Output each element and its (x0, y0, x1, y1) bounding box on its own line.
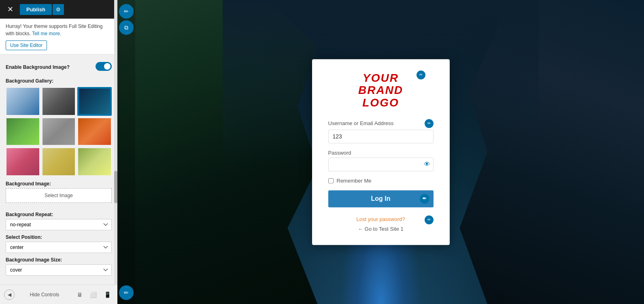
position-select[interactable]: center top bottom left right (6, 242, 112, 253)
password-label-row: Password (328, 150, 434, 156)
top-bar: ✕ Publish ⚙ (0, 0, 117, 19)
gallery-item-4[interactable] (6, 117, 40, 146)
gallery-item-7[interactable] (6, 147, 40, 176)
bg-repeat-label: Background Repeat: (6, 212, 112, 217)
password-input[interactable] (328, 157, 434, 171)
login-card: YOURBRANDLOGO ✏ Username or Email Addres… (312, 59, 450, 245)
right-panel: ✏ ⧉ ✏ YOURBRANDLOGO ✏ Username or Email … (117, 0, 644, 304)
password-label: Password (328, 150, 351, 156)
left-panel: ✕ Publish ⚙ Hurray! Your theme supports … (0, 0, 117, 304)
enable-bg-label: Enable Background Image? (6, 64, 70, 70)
toolbar-pencil-button[interactable]: ✏ (119, 4, 134, 19)
notice-bar: Hurray! Your theme supports Full Site Ed… (0, 19, 117, 55)
toolbar-copy-button[interactable]: ⧉ (119, 20, 134, 35)
password-toggle-button[interactable]: 👁 (424, 161, 430, 168)
bg-repeat-select[interactable]: no-repeat repeat repeat-x repeat-y (6, 219, 112, 230)
scroll-indicator (114, 0, 117, 285)
scroll-thumb (114, 171, 117, 203)
mobile-device-button[interactable]: 📱 (102, 290, 113, 300)
close-button[interactable]: ✕ (4, 4, 17, 15)
gallery-item-8[interactable] (42, 147, 76, 176)
remember-me-checkbox[interactable] (328, 178, 334, 183)
username-label-row: Username or Email Address ✏ (328, 119, 434, 128)
gallery-item-2[interactable] (42, 87, 76, 116)
lost-password-link[interactable]: Lost your password? (357, 216, 405, 222)
bg-image-label: Background Image: (6, 181, 112, 187)
remember-me-row: Remember Me (328, 178, 434, 184)
footer-edit-icon[interactable]: ✏ (425, 215, 434, 224)
username-group: Username or Email Address ✏ (328, 119, 434, 143)
toolbar-bottom-button[interactable]: ✏ (119, 285, 134, 300)
bg-size-select[interactable]: cover contain auto (6, 264, 112, 276)
bg-size-label: Background Image Size: (6, 257, 112, 263)
desktop-device-button[interactable]: 🖥 (74, 290, 85, 300)
tell-me-more-link[interactable]: Tell me more. (32, 31, 61, 36)
hide-controls-button[interactable]: Hide Controls (17, 292, 72, 298)
gallery-item-3[interactable] (77, 87, 112, 116)
select-position-label: Select Position: (6, 234, 112, 240)
password-wrapper: 👁 (328, 157, 434, 171)
logo-edit-icon[interactable]: ✏ (417, 70, 425, 79)
prev-button[interactable]: ◀ (4, 289, 15, 300)
gallery-item-6[interactable] (77, 117, 112, 146)
username-label-edit-icon[interactable]: ✏ (425, 119, 434, 128)
tablet-device-button[interactable]: ⬜ (87, 290, 99, 300)
login-button-edit-icon[interactable]: ✏ (420, 194, 429, 204)
gallery-item-1[interactable] (6, 87, 40, 116)
remember-me-label: Remember Me (337, 178, 372, 184)
brand-logo: YOURBRANDLOGO ✏ (328, 72, 434, 109)
bottom-bar: ◀ Hide Controls 🖥 ⬜ 📱 (0, 285, 117, 304)
gallery-grid (6, 87, 112, 176)
username-label: Username or Email Address (328, 121, 394, 127)
back-to-site-link[interactable]: ← Go to Test Site 1 (328, 226, 434, 232)
panel-scroll: Enable Background Image? Background Gall… (0, 55, 117, 304)
publish-button[interactable]: Publish (20, 4, 52, 15)
select-image-button[interactable]: Select Image (6, 188, 112, 203)
left-toolbar: ✏ ⧉ ✏ (117, 0, 135, 304)
password-group: Password 👁 (328, 150, 434, 171)
enable-bg-toggle-row: Enable Background Image? (6, 60, 112, 73)
username-input[interactable] (328, 130, 434, 143)
login-button-label: Log In (371, 195, 391, 202)
gallery-item-9[interactable] (77, 147, 112, 176)
gallery-item-5[interactable] (42, 117, 76, 146)
gear-button[interactable]: ⚙ (53, 4, 64, 15)
login-button[interactable]: Log In ✏ (328, 190, 434, 207)
use-site-editor-button[interactable]: Use Site Editor (6, 40, 47, 50)
enable-bg-toggle[interactable] (96, 62, 112, 71)
gallery-label: Background Gallery: (6, 78, 112, 84)
card-footer: Lost your password? ✏ ← Go to Test Site … (328, 215, 434, 232)
